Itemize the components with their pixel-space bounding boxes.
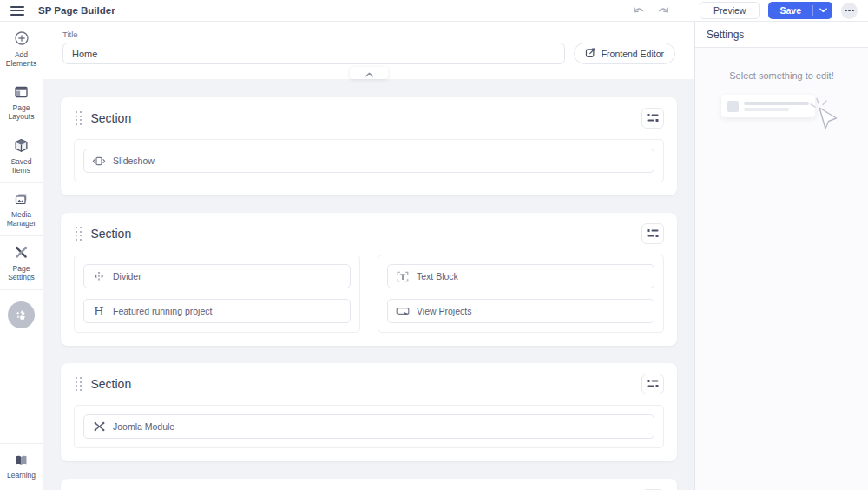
sidebar-spacer [0, 328, 43, 443]
section-options-button[interactable] [641, 223, 664, 244]
sidebar-item-label: Page Layouts [2, 103, 41, 121]
top-bar: SP Page Builder Preview Save [0, 0, 868, 22]
addon-label: View Projects [417, 306, 471, 316]
collapse-toolbar-tab[interactable] [350, 67, 388, 79]
section-card: Section Joomla Module [61, 363, 677, 461]
hamburger-icon[interactable] [10, 6, 24, 16]
topbar-actions: Preview Save [630, 2, 858, 19]
sidebar-item-label: Media Manager [2, 210, 41, 228]
sidebar-item-label: Page Settings [2, 264, 41, 281]
slideshow-icon [92, 156, 106, 167]
addon-label: Joomla Module [113, 421, 174, 432]
editor-canvas: Title Frontend Editor Section [43, 22, 694, 490]
divider-icon [92, 271, 106, 281]
redo-icon[interactable] [655, 5, 672, 17]
section-options-button[interactable] [641, 374, 664, 394]
addon-label: Divider [113, 271, 141, 281]
section-column: Slideshow [74, 139, 664, 182]
sidebar-item-page-layouts[interactable]: Page Layouts [0, 76, 43, 129]
left-sidebar: Add Elements Page Layouts Saved Items Me… [0, 22, 43, 490]
section-title[interactable]: Section [91, 227, 132, 241]
media-manager-icon [14, 192, 29, 206]
section-options-icon [647, 112, 659, 125]
magic-brush-button[interactable] [8, 301, 35, 328]
section-title[interactable]: Section [91, 377, 132, 391]
settings-panel: Settings Select something to edit! [694, 22, 868, 490]
book-icon [14, 454, 29, 467]
magic-brush-icon [15, 308, 28, 321]
sidebar-item-label: Saved Items [2, 157, 41, 175]
plus-circle-icon [14, 30, 30, 46]
sections-list: Section Slideshow [43, 79, 694, 490]
section-column: Text Block View Projects [378, 255, 664, 333]
chevron-up-icon [365, 65, 374, 81]
app-title: SP Page Builder [38, 5, 115, 16]
undo-icon[interactable] [630, 5, 647, 17]
chevron-down-icon[interactable] [813, 2, 832, 19]
addon-featured-running-project[interactable]: H Featured running project [83, 299, 351, 323]
section-card-partial: Section [61, 479, 677, 490]
addon-divider[interactable]: Divider [83, 264, 351, 288]
page-layouts-icon [14, 85, 29, 99]
section-options-icon [647, 228, 659, 241]
sidebar-item-label: Add Elements [2, 50, 41, 68]
save-button-label: Save [768, 2, 812, 19]
frontend-editor-button[interactable]: Frontend Editor [574, 43, 675, 64]
sidebar-item-learning[interactable]: Learning [0, 443, 43, 490]
tools-icon [14, 245, 29, 260]
section-column: Divider H Featured running project [74, 255, 360, 333]
section-options-button[interactable] [641, 108, 664, 129]
ellipsis-icon[interactable] [841, 3, 858, 19]
page-title-input[interactable] [62, 43, 565, 64]
preview-button[interactable]: Preview [700, 2, 760, 19]
addon-joomla-module[interactable]: Joomla Module [83, 414, 654, 439]
page-title-toolbar: Title Frontend Editor [43, 22, 694, 79]
text-block-icon [396, 271, 410, 282]
section-card: Section Slideshow [61, 97, 677, 195]
drag-handle-icon[interactable] [74, 225, 83, 242]
addon-label: Slideshow [113, 156, 155, 166]
edit-external-icon [585, 47, 596, 60]
addon-slideshow[interactable]: Slideshow [83, 149, 654, 173]
section-card: Section Divider H [61, 213, 677, 346]
button-icon [396, 306, 410, 317]
frontend-editor-label: Frontend Editor [602, 49, 664, 59]
section-title[interactable]: Section [91, 111, 132, 125]
addon-text-block[interactable]: Text Block [387, 264, 654, 288]
title-field-label: Title [62, 30, 675, 39]
joomla-icon [92, 420, 106, 433]
section-column: Joomla Module [74, 405, 664, 448]
settings-panel-title: Settings [695, 22, 868, 48]
save-button[interactable]: Save [768, 2, 832, 19]
section-options-icon [647, 378, 659, 391]
sidebar-item-saved-items[interactable]: Saved Items [0, 129, 43, 183]
sidebar-item-label: Learning [7, 471, 36, 480]
drag-handle-icon[interactable] [74, 375, 83, 393]
select-something-illustration [721, 95, 843, 135]
cube-icon [14, 138, 29, 153]
addon-label: Featured running project [113, 306, 212, 316]
addon-view-projects[interactable]: View Projects [387, 299, 654, 323]
sidebar-item-page-settings[interactable]: Page Settings [0, 236, 43, 290]
skeleton-card [721, 95, 815, 117]
sidebar-item-media-manager[interactable]: Media Manager [0, 183, 43, 236]
heading-icon: H [92, 306, 106, 317]
settings-empty-message: Select something to edit! [729, 70, 833, 81]
sidebar-ai-tools [0, 290, 43, 328]
sidebar-item-add-elements[interactable]: Add Elements [0, 22, 43, 76]
drag-handle-icon[interactable] [74, 109, 83, 127]
skeleton-thumbnail [727, 101, 739, 112]
cursor-click-icon [808, 96, 841, 133]
addon-label: Text Block [417, 271, 458, 281]
